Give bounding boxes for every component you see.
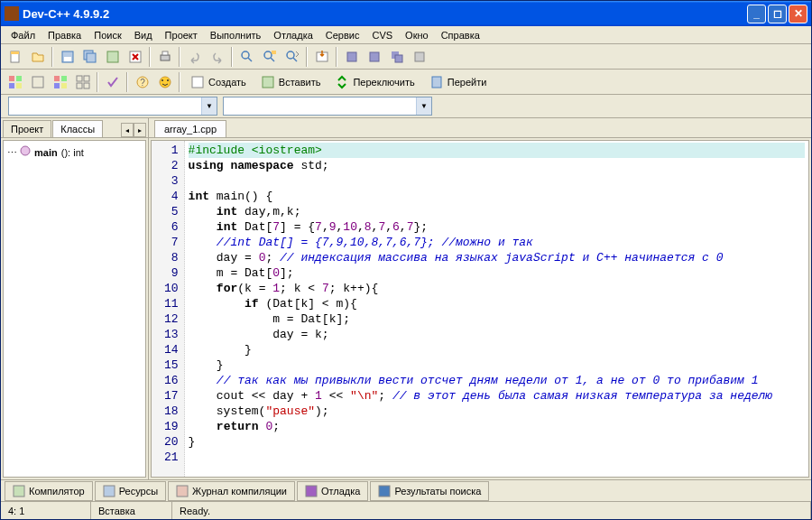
close-button[interactable]: ✕	[789, 5, 807, 23]
svg-rect-29	[84, 76, 89, 81]
menu-выполнить[interactable]: Выполнить	[204, 28, 267, 42]
svg-rect-7	[161, 55, 170, 60]
scroll-left-icon[interactable]: ◂	[121, 123, 134, 137]
find-next-icon[interactable]	[281, 46, 302, 67]
close-file-icon[interactable]	[125, 46, 145, 67]
sidebar-tabs: Проект Классы ◂ ▸	[1, 118, 148, 138]
menu-проект[interactable]: Проект	[159, 28, 204, 42]
run-icon[interactable]	[364, 46, 384, 67]
menu-файл[interactable]: Файл	[5, 28, 42, 42]
svg-rect-4	[87, 53, 96, 62]
redo-icon[interactable]	[207, 46, 227, 67]
compile-icon[interactable]	[341, 46, 362, 67]
save-icon[interactable]	[57, 46, 78, 67]
class-combo[interactable]: ▼	[8, 97, 217, 116]
menu-справка[interactable]: Справка	[435, 28, 486, 42]
editor-tabs: array_1.cpp	[149, 118, 811, 138]
titlebar[interactable]: Dev-C++ 4.9.9.2 _ ◻ ✕	[1, 1, 811, 26]
svg-point-9	[242, 51, 249, 59]
menu-поиск[interactable]: Поиск	[88, 28, 127, 42]
svg-rect-38	[263, 77, 273, 88]
check-icon[interactable]	[102, 71, 123, 92]
menu-cvs[interactable]: CVS	[365, 28, 399, 42]
svg-rect-28	[77, 76, 82, 81]
create-label: Создать	[208, 77, 246, 88]
create-button[interactable]: Создать	[184, 71, 253, 92]
status-mode: Вставка	[91, 502, 172, 519]
separator	[179, 47, 180, 67]
bottom-tab-0[interactable]: Компилятор	[5, 481, 93, 501]
editor-panel: array_1.cpp 1234567891011121314151617181…	[149, 118, 811, 479]
svg-rect-30	[77, 83, 82, 88]
switch-button[interactable]: Переключить	[328, 71, 420, 92]
menu-окно[interactable]: Окно	[399, 28, 435, 42]
insert-label: Вставить	[279, 77, 321, 88]
separator	[306, 47, 308, 67]
open-icon[interactable]	[27, 46, 48, 67]
tree-item[interactable]: ⋯ main (): int	[7, 144, 142, 160]
print-icon[interactable]	[154, 46, 175, 67]
bottom-tab-2[interactable]: Журнал компиляции	[168, 481, 295, 501]
tab-project[interactable]: Проект	[3, 120, 51, 137]
separator	[179, 72, 180, 92]
chevron-down-icon[interactable]: ▼	[416, 98, 431, 115]
svg-rect-44	[306, 486, 317, 497]
help-icon[interactable]: ?	[132, 71, 152, 92]
grid-icon-3[interactable]	[50, 71, 70, 92]
svg-rect-14	[347, 52, 356, 61]
grid-icon-1[interactable]	[5, 71, 25, 92]
svg-rect-5	[107, 51, 118, 62]
toolbar-secondary: ? Создать Вставить Переключить Перейти	[1, 70, 811, 95]
menu-отладка[interactable]: Отладка	[267, 28, 318, 42]
code-area[interactable]: #include <iostream>using namespace std; …	[185, 141, 808, 477]
insert-button[interactable]: Вставить	[254, 71, 328, 92]
find-icon[interactable]	[236, 46, 257, 67]
bottom-tabs: КомпиляторРесурсыЖурнал компиляцииОтладк…	[1, 479, 811, 501]
status-state: Ready.	[172, 502, 811, 519]
replace-icon[interactable]	[259, 46, 280, 67]
about-icon[interactable]	[154, 71, 175, 92]
goto-button[interactable]: Перейти	[423, 71, 494, 92]
app-window: Dev-C++ 4.9.9.2 _ ◻ ✕ ФайлПравкаПоискВид…	[0, 0, 812, 520]
maximize-button[interactable]: ◻	[768, 5, 787, 23]
class-browser[interactable]: ⋯ main (): int	[3, 140, 146, 478]
rebuild-icon[interactable]	[409, 46, 429, 67]
svg-rect-15	[370, 52, 379, 61]
save-all-icon[interactable]	[79, 46, 100, 67]
minimize-button[interactable]: _	[747, 5, 766, 23]
menu-правка[interactable]: Правка	[42, 28, 88, 42]
undo-icon[interactable]	[184, 46, 205, 67]
method-combo[interactable]: ▼	[223, 97, 432, 116]
svg-rect-42	[104, 486, 115, 497]
scroll-right-icon[interactable]: ▸	[134, 123, 146, 137]
grid-icon-4[interactable]	[72, 71, 93, 92]
bottom-tab-1[interactable]: Ресурсы	[95, 481, 166, 501]
menu-сервис[interactable]: Сервис	[319, 28, 366, 42]
code-editor[interactable]: 123456789101112131415161718192021 #inclu…	[151, 140, 809, 478]
menu-вид[interactable]: Вид	[128, 28, 159, 42]
svg-point-10	[264, 51, 272, 59]
method-icon: ⋯	[7, 145, 31, 159]
editor-tab[interactable]: array_1.cpp	[154, 120, 226, 137]
goto-line-icon[interactable]	[311, 46, 332, 67]
grid-icon-2[interactable]	[27, 71, 48, 92]
compile-run-icon[interactable]	[386, 46, 407, 67]
combo-bar: ▼ ▼	[1, 95, 811, 118]
svg-rect-31	[84, 83, 89, 88]
bottom-tab-4[interactable]: Результаты поиска	[370, 481, 489, 501]
main-area: Проект Классы ◂ ▸ ⋯ main (): int array_1…	[1, 118, 811, 479]
svg-point-40	[21, 146, 30, 155]
new-file-icon[interactable]	[5, 46, 25, 67]
svg-rect-37	[192, 77, 203, 88]
tab-classes[interactable]: Классы	[52, 120, 103, 137]
status-position: 4: 1	[1, 502, 91, 519]
statusbar: 4: 1 Вставка Ready.	[1, 501, 811, 519]
save-as-icon[interactable]	[102, 46, 123, 67]
tree-item-label: main	[34, 147, 58, 158]
svg-point-36	[167, 79, 169, 81]
svg-rect-21	[9, 83, 14, 88]
bottom-tab-3[interactable]: Отладка	[297, 481, 368, 501]
svg-rect-39	[432, 77, 441, 88]
chevron-down-icon[interactable]: ▼	[201, 98, 217, 115]
svg-point-12	[287, 51, 294, 59]
